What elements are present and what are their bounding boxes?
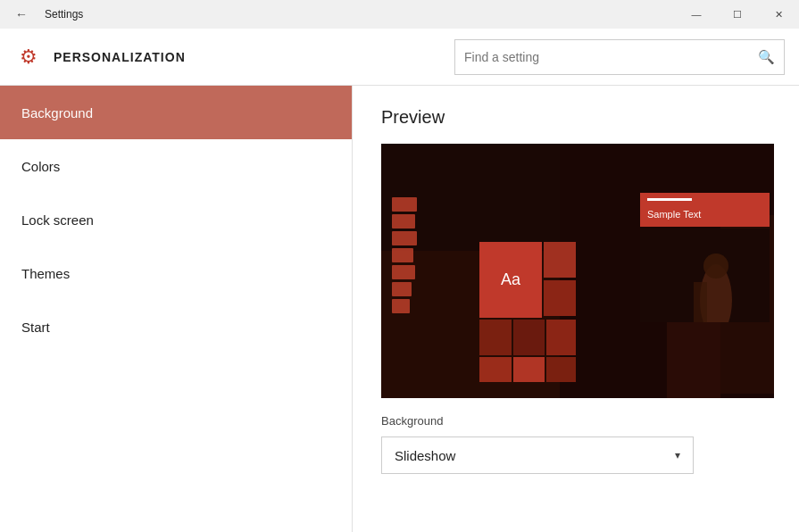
preview-tooltip-box: Sample Text	[640, 193, 770, 227]
chevron-down-icon: ▾	[675, 449, 680, 461]
search-box[interactable]: 🔍	[454, 39, 785, 75]
search-icon: 🔍	[758, 49, 775, 65]
preview-tile-sm1	[544, 242, 576, 278]
close-button[interactable]: ✕	[758, 0, 799, 29]
preview-aa-tile: Aa	[479, 242, 542, 318]
titlebar-controls: — ☐ ✕	[676, 0, 799, 29]
back-button[interactable]: ←	[7, 0, 36, 29]
preview-bar-1	[392, 197, 417, 212]
search-input[interactable]	[464, 50, 758, 64]
preview-background: Aa	[381, 144, 774, 398]
preview-center-tiles: Aa	[430, 193, 529, 336]
header-left: ⚙ PERSONALIZATION	[14, 43, 186, 71]
personalization-icon: ⚙	[14, 43, 43, 71]
sidebar: Background Colors Lock screen Themes Sta…	[0, 86, 353, 532]
preview-tooltip-panel: Sample Text	[640, 193, 770, 322]
sidebar-item-start[interactable]: Start	[0, 300, 352, 353]
preview-tile-sm3	[479, 320, 512, 355]
sidebar-item-background[interactable]: Background	[0, 86, 352, 139]
titlebar: ← Settings — ☐ ✕	[0, 0, 799, 29]
preview-photo-area	[640, 229, 770, 322]
preview-bar-7	[392, 299, 410, 313]
preview-tile-sm2	[544, 280, 576, 316]
sidebar-item-label: Lock screen	[21, 212, 94, 228]
app-title: PERSONALIZATION	[54, 50, 186, 64]
preview-window: Aa	[381, 144, 774, 398]
header: ⚙ PERSONALIZATION 🔍	[0, 29, 799, 86]
preview-tile-sm6	[479, 357, 512, 382]
sample-text: Sample Text	[647, 209, 701, 220]
preview-bar-3	[392, 231, 417, 245]
background-dropdown[interactable]: Slideshow ▾	[381, 436, 694, 474]
preview-tile-sm7	[513, 357, 545, 382]
titlebar-left: ← Settings	[7, 0, 83, 29]
dropdown-value: Slideshow	[395, 448, 455, 463]
preview-tile-sm8	[546, 357, 576, 382]
titlebar-title: Settings	[45, 8, 83, 21]
tooltip-line	[647, 198, 692, 201]
preview-bar-6	[392, 282, 412, 296]
svg-point-10	[703, 254, 728, 278]
preview-bar-2	[392, 214, 415, 229]
sidebar-item-label: Colors	[21, 159, 60, 174]
minimize-button[interactable]: —	[676, 0, 717, 29]
main-layout: Background Colors Lock screen Themes Sta…	[0, 86, 799, 532]
content-area: Preview	[353, 86, 799, 532]
sidebar-item-label: Background	[21, 105, 93, 121]
sidebar-item-label: Start	[21, 320, 50, 335]
preview-tile-sm5	[546, 320, 576, 355]
maximize-button[interactable]: ☐	[717, 0, 758, 29]
sidebar-item-themes[interactable]: Themes	[0, 246, 352, 300]
svg-rect-11	[694, 282, 707, 322]
preview-bar-5	[392, 265, 415, 279]
preview-left-panel	[392, 197, 419, 313]
sidebar-item-label: Themes	[21, 266, 70, 281]
figure-svg	[640, 229, 770, 322]
sidebar-item-lockscreen[interactable]: Lock screen	[0, 193, 352, 246]
aa-label: Aa	[501, 270, 520, 289]
background-label: Background	[381, 414, 770, 428]
preview-tile-sm4	[513, 320, 545, 355]
sidebar-item-colors[interactable]: Colors	[0, 139, 352, 193]
preview-title: Preview	[381, 107, 770, 128]
preview-bar-4	[392, 248, 413, 262]
